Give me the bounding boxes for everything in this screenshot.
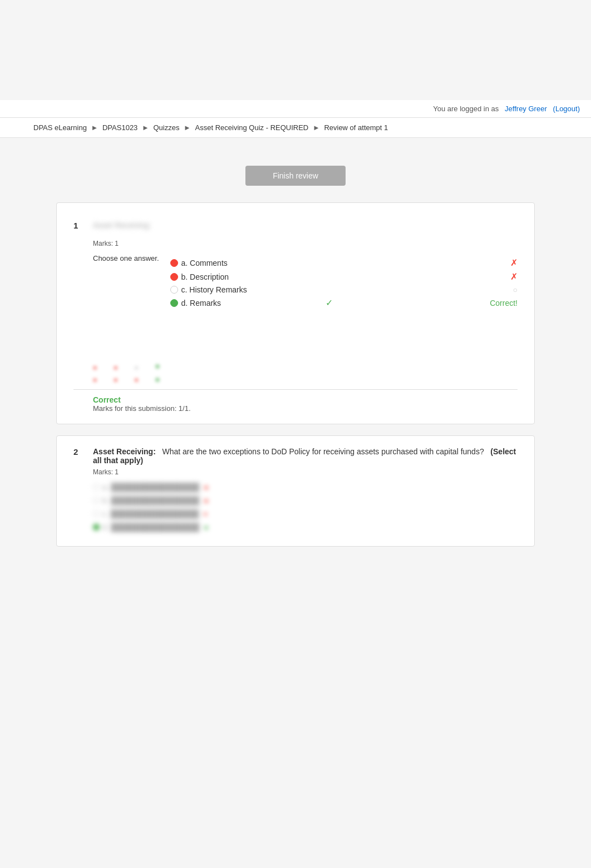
breadcrumb: DPAS eLearning ► DPAS1023 ► Quizzes ► As… [0,118,591,138]
q1-option-a: a. Comments ✗ [170,257,518,268]
q2-number: 2 [73,447,85,457]
q1-feedback-correct: Correct [93,395,518,404]
q2-option-a-dot [93,484,100,490]
question-1-block: 1 Asset Receiving: Marks: 1 Choose one a… [56,202,535,424]
breadcrumb-link-quiz[interactable]: Asset Receiving Quiz - REQUIRED [195,123,311,132]
q2-marks: Marks: 1 [93,468,518,476]
q1-image-area: ● ● ● ● ● ● ● ● [93,323,518,384]
q1-option-a-label: a. Comments [181,259,506,267]
q2-option-b-label: b. ████████████████ [102,496,199,505]
q1-option-b-label: b. Description [181,272,506,281]
q1-result-text: Correct! [490,299,518,307]
q1-option-b: b. Description ✗ [170,271,518,282]
q1-option-d-dot [170,299,178,307]
q2-option-b-dot [93,497,100,504]
q1-instruction: Choose one answer. [93,254,159,311]
q2-option-c-label: c. ████████████████ [102,509,199,518]
q1-option-d: d. Remarks ✓ Correct! [170,297,518,308]
finish-area: Finish review [56,166,535,186]
q2-option-c: c. ████████████████ ● [93,509,518,518]
q2-option-b: b. ████████████████ ● [93,496,518,505]
breadcrumb-link-quizzes[interactable]: Quizzes [153,123,181,132]
q2-question-text: Asset Receiving: What are the two except… [93,447,518,465]
question-2-block: 2 Asset Receiving: What are the two exce… [56,435,535,547]
q2-option-d-dot [93,524,100,530]
logout-text: (Logout) [553,105,580,113]
q1-option-c-indicator: ○ [513,285,518,294]
main-content: Finish review 1 Asset Receiving: Marks: … [45,138,546,569]
logout-link[interactable]: (Logout) [553,105,580,113]
q1-question-blurred: Asset Receiving: [93,221,223,230]
breadcrumb-link-dpas1023[interactable]: DPAS1023 [102,123,140,132]
q1-option-b-xmark: ✗ [510,271,518,282]
q2-subject: Asset Receiving: [93,447,156,456]
finish-review-button[interactable]: Finish review [245,166,346,186]
q1-option-d-label: d. Remarks [181,299,322,307]
q2-options-blurred: a. ████████████████ ● b. ███████████████… [93,483,518,532]
topbar: You are logged in as Jeffrey Greer (Logo… [0,100,591,118]
q2-option-a-label: a. ████████████████ [102,483,199,492]
q2-text: What are the two exceptions to DoD Polic… [162,447,484,456]
q1-divider [73,389,518,390]
breadcrumb-sep-4: ► [313,123,322,132]
q1-answer-section: Choose one answer. a. Comments ✗ b. Desc… [93,254,518,311]
q2-option-d: d. ████████████████ ● [93,523,518,532]
q1-marks: Marks: 1 [93,240,518,247]
q1-option-a-xmark: ✗ [510,257,518,268]
q1-feedback-marks: Marks for this submission: 1/1. [93,404,518,413]
breadcrumb-link-dpas-elearning[interactable]: DPAS eLearning [33,123,89,132]
q2-option-c-dot [93,510,100,517]
username: Jeffrey Greer [505,105,547,113]
logged-in-text: You are logged in as [433,105,499,113]
q1-number: 1 [73,221,85,230]
q1-options: a. Comments ✗ b. Description ✗ c. Histor… [170,254,518,311]
q1-option-c-label: c. History Remarks [181,285,510,294]
username-link[interactable]: Jeffrey Greer [505,105,549,113]
q1-feedback: Correct Marks for this submission: 1/1. [93,395,518,413]
breadcrumb-current: Review of attempt 1 [324,123,388,132]
breadcrumb-sep-2: ► [142,123,151,132]
q2-option-a: a. ████████████████ ● [93,483,518,492]
breadcrumb-sep-3: ► [184,123,193,132]
q1-option-c: c. History Remarks ○ [170,285,518,294]
q1-option-b-dot [170,273,178,281]
q2-option-d-label: d. ████████████████ [102,523,199,532]
q1-option-c-dot [170,286,178,294]
breadcrumb-sep-1: ► [91,123,100,132]
q1-option-d-checkmark: ✓ [326,297,333,308]
q1-option-a-dot [170,259,178,267]
